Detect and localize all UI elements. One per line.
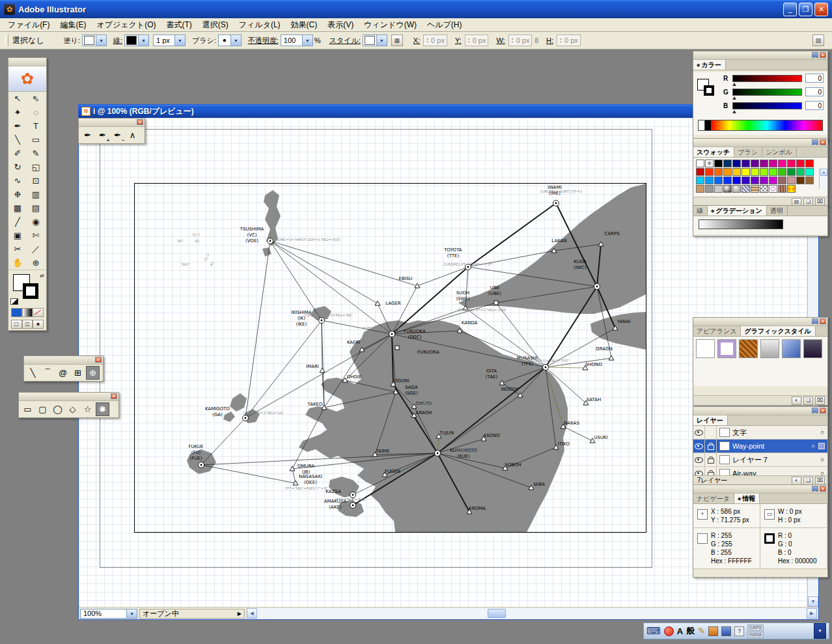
delete-anchor-point-tool[interactable]: ✒− [111, 128, 124, 142]
color-button[interactable] [11, 308, 22, 317]
fill-stroke-mini-indicator[interactable] [697, 79, 719, 100]
palette-titlebar[interactable]: ✕ [19, 393, 118, 401]
rotate-tool[interactable]: ↻ [8, 160, 27, 174]
color-swatch[interactable] [696, 160, 704, 167]
opacity-label[interactable]: 不透明度: [248, 36, 279, 46]
airway-line[interactable] [201, 418, 245, 465]
graphic-style-thumbnail[interactable] [782, 339, 801, 358]
pattern-swatch[interactable] [769, 185, 777, 193]
color-swatch[interactable] [696, 185, 704, 193]
waypoint-label[interactable]: FUKUOKA [417, 350, 439, 355]
layer-row[interactable]: 文字○ [693, 426, 827, 440]
waypoint-label[interactable]: FUGEN [385, 469, 400, 474]
default-fill-stroke-icon[interactable] [10, 298, 18, 305]
registration-swatch[interactable]: ⊕ [705, 160, 714, 167]
tab-stroke[interactable]: 線 [693, 206, 708, 216]
star-tool[interactable]: ☆ [81, 402, 94, 416]
color-swatch[interactable] [805, 168, 814, 176]
brush-select[interactable]: ●▾ [218, 35, 242, 46]
graphic-style-thumbnail[interactable] [739, 339, 758, 358]
map-artwork[interactable]: IWAMI(IME)CARPSTSUSHIMA(VC)(VOE)TOYOTA(T… [135, 184, 646, 532]
ime-conversion-mode[interactable]: 般 [686, 625, 695, 637]
ime-dictionary-icon[interactable] [721, 626, 731, 636]
airway-line[interactable] [201, 465, 296, 483]
maximize-button[interactable]: ❐ [799, 3, 812, 16]
palette-close-button[interactable]: ✕ [111, 393, 117, 399]
constrain-proportions-icon[interactable]: 8 [534, 37, 538, 44]
menu-select[interactable]: 選択(S) [197, 18, 234, 32]
polygon-tool[interactable]: ◇ [66, 402, 79, 416]
horizontal-scrollbar[interactable]: ◀ ▶ [247, 608, 817, 619]
ime-tools-icon[interactable] [708, 626, 718, 636]
panel-titlebar[interactable]: _ ✕ [693, 485, 827, 494]
opacity-select[interactable]: 100▾ [281, 35, 313, 46]
palette-titlebar[interactable]: ✕ [79, 119, 145, 127]
tab-symbols[interactable]: シンボル [762, 147, 797, 157]
gradient-tool[interactable]: ▤ [27, 201, 45, 215]
waypoint-label[interactable]: USUKI [594, 435, 607, 440]
ime-pad-icon[interactable]: ✎ [698, 624, 705, 637]
waypoint-label[interactable]: SAGA(SGE) [405, 385, 418, 396]
layer-target-icon[interactable]: ○ [812, 443, 815, 449]
style-select[interactable]: ▾ [363, 35, 387, 46]
waypoint-label[interactable]: SUOH(SWE) [456, 290, 470, 301]
knife-tool[interactable]: ／ [27, 242, 45, 256]
tab-gradient[interactable]: ◆グラデーション [708, 206, 767, 216]
color-swatch[interactable] [732, 160, 741, 167]
menu-object[interactable]: オブジェクト(O) [91, 18, 161, 32]
app-titlebar[interactable]: ✿ Adobe Illustrator _ ❐ ✕ [0, 0, 832, 18]
color-swatch[interactable] [778, 168, 786, 176]
lasso-tool[interactable]: ◌ [27, 105, 45, 119]
caps-indicator[interactable]: CAPS [747, 624, 764, 631]
panel-close-button[interactable]: ✕ [820, 408, 826, 413]
color-swatch[interactable] [751, 168, 759, 176]
panel-titlebar[interactable]: _ ✕ [693, 51, 827, 60]
menu-type[interactable]: 書式(T) [161, 18, 197, 32]
graphic-style-thumbnail[interactable] [696, 339, 715, 358]
stroke-indicator[interactable] [23, 283, 38, 299]
tab-color[interactable]: ◆カラー [693, 60, 726, 70]
stroke-label[interactable]: 線: [113, 36, 122, 46]
color-swatch[interactable] [742, 160, 750, 167]
waypoint-label[interactable]: KUGA(IWC) [574, 259, 587, 270]
menu-effect[interactable]: 効果(C) [286, 18, 323, 32]
slice-tool[interactable]: ✄ [27, 229, 45, 242]
waypoint-label[interactable]: OGORI [394, 378, 409, 384]
kana-indicator[interactable]: KANA [747, 632, 764, 638]
color-swatch[interactable] [696, 168, 704, 176]
waypoint-label[interactable]: ITIKO [558, 441, 570, 447]
layer-row[interactable]: レイヤー 7○ [693, 453, 827, 467]
airway-line[interactable] [563, 427, 592, 441]
fullscreen-menu-mode-button[interactable]: ◫ [22, 320, 33, 329]
swatch-scrollbar[interactable]: ▲ [819, 168, 827, 189]
pen-tool[interactable]: ✒ [81, 128, 94, 142]
color-swatch[interactable] [751, 176, 759, 184]
waypoint-ndb-marker[interactable] [395, 346, 399, 350]
scale-tool[interactable]: ◱ [27, 160, 45, 174]
rounded-rectangle-tool[interactable]: ▢ [36, 402, 49, 416]
layer-visibility-toggle[interactable] [693, 453, 705, 466]
color-swatch[interactable] [769, 176, 777, 184]
tab-graphic-styles[interactable]: グラフィックスタイル [741, 326, 815, 336]
menu-file[interactable]: ファイル(F) [3, 18, 55, 32]
color-swatch[interactable] [751, 160, 759, 167]
panel-close-button[interactable]: ✕ [820, 318, 826, 324]
zoom-level-select[interactable]: 100%▾ [80, 609, 137, 619]
airway-line[interactable] [546, 367, 585, 368]
w-field[interactable]: ▲▼0 px [508, 35, 533, 46]
rectangular-grid-tool[interactable]: ⊞ [71, 366, 85, 380]
polar-grid-tool[interactable]: ⊕ [86, 366, 100, 380]
airway-line[interactable] [245, 241, 270, 418]
red-value-field[interactable]: 0 [805, 74, 824, 83]
h-label[interactable]: H: [546, 36, 553, 44]
delete-style-button[interactable]: ⌧ [815, 397, 825, 405]
menu-edit[interactable]: 編集(E) [55, 18, 91, 32]
airway-line[interactable] [322, 320, 322, 371]
panel-close-button[interactable]: ✕ [820, 139, 826, 145]
scroll-down-button[interactable]: ▼ [808, 596, 818, 607]
color-swatch[interactable] [732, 168, 741, 176]
toolbar-grip[interactable] [5, 35, 8, 46]
color-swatch[interactable] [723, 168, 732, 176]
layer-name[interactable]: Way-point [732, 442, 809, 450]
blend-tool[interactable]: ◉ [27, 215, 45, 229]
